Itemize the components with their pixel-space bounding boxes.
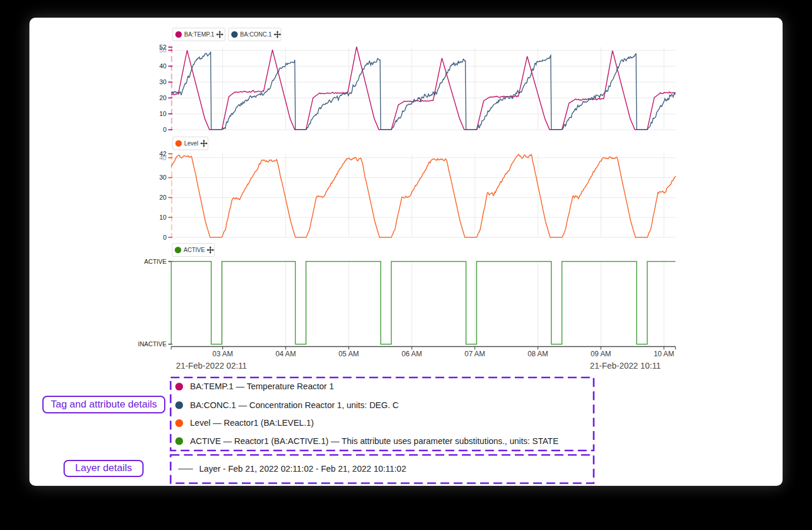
svg-text:42: 42 <box>159 150 167 157</box>
svg-text:10: 10 <box>159 110 167 117</box>
svg-text:03 AM: 03 AM <box>212 350 233 358</box>
svg-text:09 AM: 09 AM <box>591 350 611 358</box>
svg-text:20: 20 <box>159 94 167 101</box>
svg-text:52: 52 <box>159 44 167 51</box>
svg-text:0: 0 <box>163 126 167 133</box>
svg-text:40: 40 <box>159 62 167 69</box>
svg-text:30: 30 <box>159 174 167 181</box>
svg-text:30: 30 <box>159 78 167 85</box>
svg-text:Level — Reactor1 (BA:LEVEL.1): Level — Reactor1 (BA:LEVEL.1) <box>190 418 314 428</box>
svg-text:BA:CONC.1 — Concentration Reac: BA:CONC.1 — Concentration Reactor 1, uni… <box>190 400 399 410</box>
svg-text:Layer - Feb 21, 2022 02:11:02: Layer - Feb 21, 2022 02:11:02 - Feb 21, … <box>199 464 407 473</box>
svg-text:05 AM: 05 AM <box>338 350 359 358</box>
svg-text:20: 20 <box>159 194 167 201</box>
svg-text:10 AM: 10 AM <box>654 350 674 358</box>
svg-text:10: 10 <box>159 214 167 221</box>
svg-text:ACTIVE: ACTIVE <box>144 258 167 265</box>
svg-text:0: 0 <box>163 234 167 241</box>
svg-text:BA:TEMP.1 — Temperature Reacto: BA:TEMP.1 — Temperature Reactor 1 <box>190 382 334 391</box>
svg-text:21-Feb-2022 02:11: 21-Feb-2022 02:11 <box>176 361 247 370</box>
svg-text:08 AM: 08 AM <box>528 350 548 358</box>
svg-text:07 AM: 07 AM <box>465 350 485 358</box>
svg-text:04 AM: 04 AM <box>275 350 296 358</box>
svg-text:INACTIVE: INACTIVE <box>138 340 167 347</box>
svg-text:ACTIVE — Reactor1 (BA:ACTIVE.1: ACTIVE — Reactor1 (BA:ACTIVE.1) — This a… <box>190 436 558 446</box>
svg-text:21-Feb-2022 10:11: 21-Feb-2022 10:11 <box>590 361 661 370</box>
svg-text:06 AM: 06 AM <box>401 350 422 358</box>
